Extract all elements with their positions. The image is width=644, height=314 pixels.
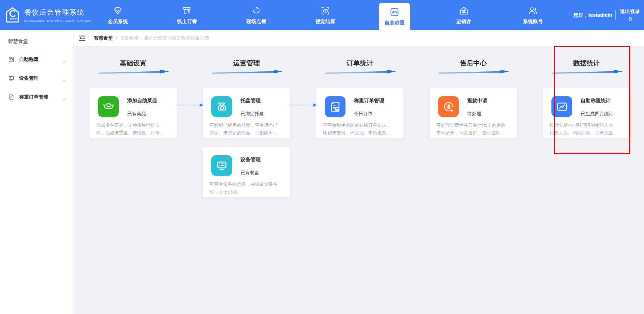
user-area: 您好，testadmin 退出登录 bbox=[573, 0, 641, 30]
weighing-scale-icon bbox=[389, 7, 399, 17]
breadcrumb: 智慧食堂 / 自助称重：通过无感支付自主称重设备消费 bbox=[94, 35, 209, 41]
app-subtitle: MANAGEMENT SYSTEM OF SMART CANTEEN bbox=[24, 19, 92, 22]
scale-mini-icon bbox=[8, 57, 14, 62]
card-description: 可解绑已绑定的托盘，查看所有已绑定、未绑定的托盘。可删除不… bbox=[210, 121, 281, 137]
brand: 智慧食堂 餐饮后台管理系统 MANAGEMENT SYSTEM OF SMART… bbox=[4, 0, 92, 30]
nav-item-online-ordering[interactable]: 线上订餐 bbox=[152, 0, 221, 30]
refund-glyph: 退 bbox=[446, 104, 450, 109]
logout-icon bbox=[628, 16, 633, 20]
nav-label: 现场点餐 bbox=[246, 18, 266, 25]
column-title: 订单统计 bbox=[316, 59, 404, 67]
right-panel: 智慧食堂 / 自助称重：通过无感支付自主称重设备消费 基础设置 运营管理 bbox=[74, 30, 644, 314]
chevron-down-icon bbox=[62, 58, 66, 61]
card-title: 称重订单管理 bbox=[354, 98, 384, 104]
nav-item-self-weighing[interactable]: 自助称重 bbox=[360, 0, 429, 30]
dine-plate-icon bbox=[251, 6, 261, 16]
card-subtitle: 已有餐盘 bbox=[240, 170, 261, 176]
nav-item-onsite-ordering[interactable]: 现场点餐 bbox=[222, 0, 291, 30]
brand-titles: 餐饮后台管理系统 MANAGEMENT SYSTEM OF SMART CANT… bbox=[24, 8, 92, 22]
logout-button[interactable]: 退出登录 bbox=[619, 8, 641, 23]
card-subtitle: 已有菜品 bbox=[127, 111, 157, 117]
card-title: 退款申请 bbox=[467, 98, 487, 104]
column-title: 运营管理 bbox=[203, 59, 290, 67]
nav-label: 视觉结算 bbox=[315, 18, 335, 25]
nav-label: 自助称重 bbox=[384, 20, 405, 26]
order-mini-icon bbox=[8, 94, 14, 100]
flow-arrow bbox=[289, 103, 318, 107]
sidebar-title: 智慧食堂 bbox=[0, 30, 73, 50]
nav-label: 线上订餐 bbox=[177, 18, 197, 25]
inventory-house-icon bbox=[459, 6, 469, 16]
nav-item-member-system[interactable]: 会员系统 bbox=[83, 0, 152, 30]
sidebar-item-self-weighing[interactable]: 自助称重 bbox=[0, 50, 73, 69]
card-title: 添加自助菜品 bbox=[127, 98, 157, 104]
logo-text: 智慧食堂 bbox=[10, 18, 19, 20]
card-weighing-order-management[interactable]: 称重订单管理 今日订单 可查看称重系统的在线订单记录，比如未支付、已完成、申请退… bbox=[316, 88, 404, 138]
breadcrumb-bar: 智慧食堂 / 自助称重：通过无感支付自主称重设备消费 bbox=[74, 30, 644, 46]
user-greeting: 您好，testadmin bbox=[573, 12, 612, 18]
card-device-management[interactable]: 设备管理 已有餐盘 可查看设备的信息，并设置设备名称，方便识别。 bbox=[203, 147, 290, 197]
storefront-icon bbox=[182, 6, 192, 16]
column-header-order-statistics: 订单统计 bbox=[316, 59, 404, 75]
column-arrow-icon bbox=[210, 69, 283, 74]
card-title: 自助称重统计 bbox=[581, 98, 613, 104]
column-arrow-icon bbox=[323, 69, 396, 74]
sidebar-item-label: 自助称重 bbox=[19, 56, 62, 63]
workflow-board: 基础设置 运营管理 订单统计 bbox=[90, 46, 630, 197]
card-title: 托盘管理 bbox=[240, 98, 264, 104]
app-logo-icon: 智慧食堂 bbox=[4, 6, 21, 24]
sidebar: 智慧食堂 自助称重 设备管理 bbox=[0, 30, 74, 314]
card-description: 统计分析不同时间段的销售人次、用餐人次、利润总额、订单总数… bbox=[550, 121, 621, 137]
sidebar-item-label: 称重订单管理 bbox=[19, 94, 62, 100]
card-refund-request[interactable]: 退 退款申请 待处理 可处理消费者在云餐厅H5上的退款申请记录，可以通过、驳回退… bbox=[430, 88, 517, 138]
chevron-down-icon bbox=[62, 96, 66, 98]
card-subtitle: 今日订单 bbox=[354, 111, 384, 117]
sidebar-item-weighing-order-management[interactable]: 称重订单管理 bbox=[0, 87, 73, 106]
flow-arrow bbox=[175, 103, 204, 107]
nav-label: 会员系统 bbox=[108, 18, 128, 25]
menu-fold-icon[interactable] bbox=[78, 35, 86, 42]
nav-label: 系统账号 bbox=[523, 18, 543, 25]
card-subtitle: 已绑定托盘 bbox=[240, 111, 264, 117]
column-title: 售后中心 bbox=[430, 59, 517, 67]
breadcrumb-root[interactable]: 智慧食堂 bbox=[94, 35, 113, 41]
breadcrumb-current: 自助称重：通过无感支付自主称重设备消费 bbox=[120, 35, 209, 41]
weigh-order-icon bbox=[325, 96, 345, 117]
chevron-down-icon bbox=[62, 77, 66, 79]
card-title: 设备管理 bbox=[240, 156, 261, 163]
column-title: 基础设置 bbox=[90, 59, 177, 67]
column-header-basic-settings: 基础设置 bbox=[90, 59, 177, 75]
dish-icon bbox=[98, 96, 119, 117]
column-header-data-statistics: 数据统计 bbox=[543, 59, 630, 75]
sidebar-item-label: 设备管理 bbox=[19, 75, 62, 81]
column-arrow-icon bbox=[97, 69, 170, 74]
device-mini-icon bbox=[8, 75, 14, 81]
user-divider bbox=[615, 10, 616, 20]
card-weighing-statistics[interactable]: 自助称重统计 已生成四月统计 统计分析不同时间段的销售人次、用餐人次、利润总额、… bbox=[543, 88, 630, 138]
main-layout: 智慧食堂 自助称重 设备管理 bbox=[0, 30, 644, 314]
column-header-operations: 运营管理 bbox=[203, 59, 290, 75]
nav-item-visual-checkout[interactable]: 视觉结算 bbox=[291, 0, 360, 30]
column-arrow-icon bbox=[550, 69, 623, 74]
breadcrumb-separator: / bbox=[116, 36, 117, 41]
column-title: 数据统计 bbox=[543, 59, 630, 67]
sidebar-item-device-management[interactable]: 设备管理 bbox=[0, 69, 73, 87]
card-description: 可处理消费者在云餐厅H5上的退款申请记录，可以通过、驳回退款… bbox=[436, 121, 507, 137]
gem-icon bbox=[113, 6, 123, 16]
nav-label: 进销存 bbox=[456, 18, 471, 25]
nav-item-system-account[interactable]: 系统账号 bbox=[498, 0, 568, 30]
device-monitor-icon bbox=[211, 155, 232, 176]
card-add-dishes[interactable]: 添加自助菜品 已有菜品 添加多种菜品，支持多种计价方式，比如按重量、按份数、计价… bbox=[90, 88, 177, 138]
app-header: 智慧食堂 餐饮后台管理系统 MANAGEMENT SYSTEM OF SMART… bbox=[0, 0, 644, 30]
card-description: 添加多种菜品，支持多种计价方式，比如按重量、按份数、计价… bbox=[96, 121, 167, 137]
card-subtitle: 已生成四月统计 bbox=[581, 111, 613, 117]
column-header-after-sales: 售后中心 bbox=[430, 59, 517, 75]
line-chart-icon bbox=[551, 96, 572, 117]
logout-label: 退出登录 bbox=[620, 8, 640, 14]
nav-item-inventory[interactable]: 进销存 bbox=[429, 0, 498, 30]
card-subtitle: 待处理 bbox=[467, 111, 487, 117]
app-title: 餐饮后台管理系统 bbox=[24, 8, 92, 17]
top-nav: 会员系统 线上订餐 bbox=[83, 0, 568, 30]
users-icon bbox=[528, 6, 538, 16]
card-tray-management[interactable]: 托盘管理 已绑定托盘 可解绑已绑定的托盘，查看所有已绑定、未绑定的托盘。可删除不… bbox=[203, 88, 290, 138]
